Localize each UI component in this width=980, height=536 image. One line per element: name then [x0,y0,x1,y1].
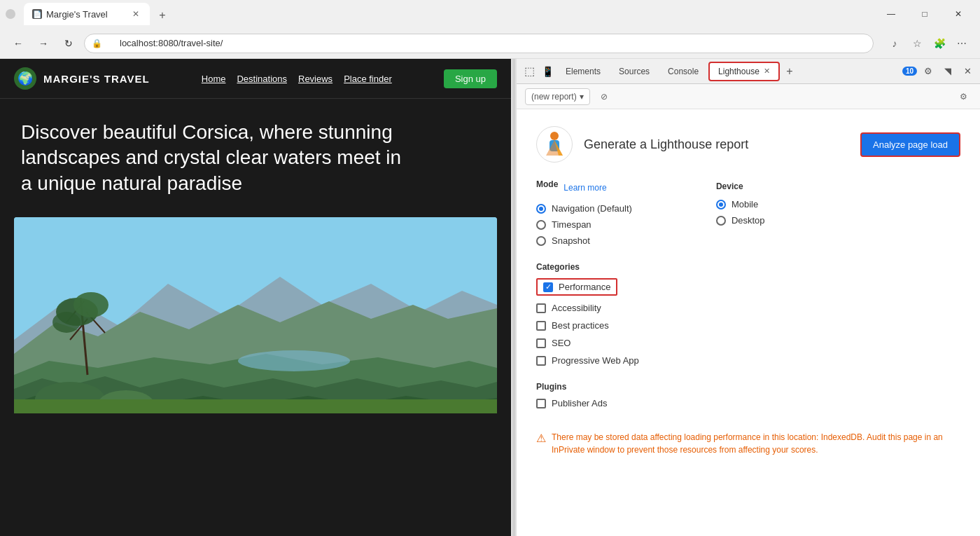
site-nav-links: Home Destinations Reviews Place finder [202,74,392,84]
svg-point-14 [52,312,80,333]
learn-more-link[interactable]: Learn more [564,183,606,193]
mode-timespan-radio[interactable] [536,220,546,230]
devtools-dock-icon[interactable]: ◥ [939,63,956,80]
lighthouse-logo [536,126,573,163]
mode-navigation-radio[interactable] [536,204,546,214]
nav-link-destinations[interactable]: Destinations [237,74,287,84]
devtools-inspect-icon[interactable]: ⬚ [521,63,538,80]
devtools-gear-icon[interactable]: ⚙ [920,63,937,80]
tab-console[interactable]: Console [659,62,707,81]
mode-section: Mode Learn more Navigation (Default) Tim… [536,179,632,246]
category-accessibility[interactable]: Accessibility [536,303,960,313]
category-accessibility-checkbox[interactable] [536,303,546,313]
mode-navigation-label: Navigation (Default) [552,203,632,214]
tab-lighthouse[interactable]: Lighthouse ✕ [708,62,780,81]
plugin-publisher-ads-label: Publisher Ads [552,398,608,408]
category-seo-checkbox[interactable] [536,338,546,348]
svg-point-13 [74,292,108,317]
forward-button[interactable]: → [34,34,53,53]
device-mobile-radio[interactable] [716,200,726,209]
device-label: Device [716,181,743,191]
category-seo[interactable]: SEO [536,338,960,348]
site-nav: 🌍 MARGIE'S TRAVEL Home Destinations Revi… [0,59,511,99]
devtools-tab-bar: ⬚ 📱 Elements Sources Console Lighthouse … [517,59,980,84]
nav-link-place-finder[interactable]: Place finder [344,74,392,84]
device-desktop[interactable]: Desktop [716,215,765,226]
analyze-page-load-button[interactable]: Analyze page load [860,132,960,157]
category-performance-checkbox[interactable]: ✓ [543,282,553,292]
mode-snapshot[interactable]: Snapshot [536,235,632,246]
browser-tab[interactable]: 📄 Margie's Travel ✕ [24,3,150,25]
category-seo-label: SEO [552,338,570,348]
mode-timespan[interactable]: Timespan [536,219,632,230]
main-area: 🌍 MARGIE'S TRAVEL Home Destinations Revi… [0,59,980,536]
category-pwa[interactable]: Progressive Web App [536,355,960,366]
dropdown-icon: ▾ [580,92,584,102]
tab-add-button[interactable]: + [781,63,798,80]
device-desktop-radio[interactable] [716,216,726,226]
tab-close-button[interactable]: ✕ [130,8,141,20]
plugin-publisher-ads[interactable]: Publisher Ads [536,398,960,408]
category-best-practices[interactable]: Best practices [536,320,960,331]
site-hero: Discover beautiful Corsica, where stunni… [0,99,511,210]
lighthouse-content: Generate a Lighthouse report Analyze pag… [517,109,980,536]
svg-rect-16 [14,399,497,413]
tab-favicon-icon: 📄 [32,9,42,19]
devtools-close-icon[interactable]: ✕ [959,63,976,80]
tab-lighthouse-close-icon[interactable]: ✕ [764,67,770,76]
device-mobile-label: Mobile [732,199,758,209]
warning-text: There may be stored data affecting loadi… [552,431,960,456]
window-controls-right: — □ ✕ [875,3,974,25]
new-report-label: (new report) [531,92,577,102]
svg-point-15 [238,350,350,371]
read-aloud-icon[interactable]: ♪ [885,34,904,53]
window-controls-left [6,9,15,19]
categories-section: Categories ✓ Performance Accessib [536,260,960,366]
category-performance[interactable]: ✓ Performance [536,278,960,296]
mode-radio-group: Navigation (Default) Timespan Snapshot [536,203,632,246]
tab-sources[interactable]: Sources [610,62,658,81]
category-best-practices-label: Best practices [552,320,609,331]
mode-device-row: Mode Learn more Navigation (Default) Tim… [536,179,960,246]
clear-report-icon[interactable]: ⊘ [596,88,612,105]
mode-label: Mode [536,179,558,189]
pane-divider [511,59,517,536]
device-mobile[interactable]: Mobile [716,199,765,209]
devtools-device-icon[interactable]: 📱 [539,63,556,80]
website-area: 🌍 MARGIE'S TRAVEL Home Destinations Revi… [0,59,511,536]
address-input-wrapper[interactable]: 🔒 localhost:8080/travel-site/ [84,34,874,53]
title-bar: 📄 Margie's Travel ✕ + — □ ✕ [0,0,980,28]
signup-button[interactable]: Sign up [444,69,497,88]
mode-navigation[interactable]: Navigation (Default) [536,203,632,214]
favorites-icon[interactable]: ☆ [907,34,927,53]
address-right-icons: ♪ ☆ 🧩 ⋯ [885,34,972,53]
plugins-label: Plugins [536,382,566,392]
category-best-practices-checkbox[interactable] [536,321,546,331]
maximize-button[interactable]: □ [909,3,941,25]
new-report-button[interactable]: (new report) ▾ [525,88,590,105]
site-logo: 🌍 MARGIE'S TRAVEL [14,67,150,90]
new-tab-button[interactable]: + [153,6,172,25]
lighthouse-header-left: Generate a Lighthouse report [536,126,748,163]
device-desktop-label: Desktop [732,215,765,226]
close-button[interactable]: ✕ [942,3,974,25]
address-bar: ← → ↻ 🔒 localhost:8080/travel-site/ ♪ ☆ … [0,28,980,59]
minimize-button[interactable]: — [875,3,907,25]
back-button[interactable]: ← [8,34,28,53]
nav-link-reviews[interactable]: Reviews [298,74,332,84]
plugin-publisher-ads-checkbox[interactable] [536,399,546,408]
site-logo-text: MARGIE'S TRAVEL [43,73,150,85]
category-pwa-label: Progressive Web App [552,355,639,366]
browser-menu-icon[interactable]: ⋯ [952,34,972,53]
category-pwa-checkbox[interactable] [536,356,546,366]
browser-extensions-icon[interactable]: 🧩 [930,34,949,53]
tab-elements[interactable]: Elements [557,62,609,81]
performance-wrapper[interactable]: ✓ Performance [536,278,617,296]
lighthouse-settings-icon[interactable]: ⚙ [955,88,972,105]
warning-icon: ⚠ [536,432,546,456]
landscape-bg [14,217,497,413]
mode-snapshot-radio[interactable] [536,236,546,246]
devtools-right-controls: 10 ⚙ ◥ ✕ [902,63,976,80]
nav-link-home[interactable]: Home [202,74,226,84]
reload-button[interactable]: ↻ [59,34,78,53]
